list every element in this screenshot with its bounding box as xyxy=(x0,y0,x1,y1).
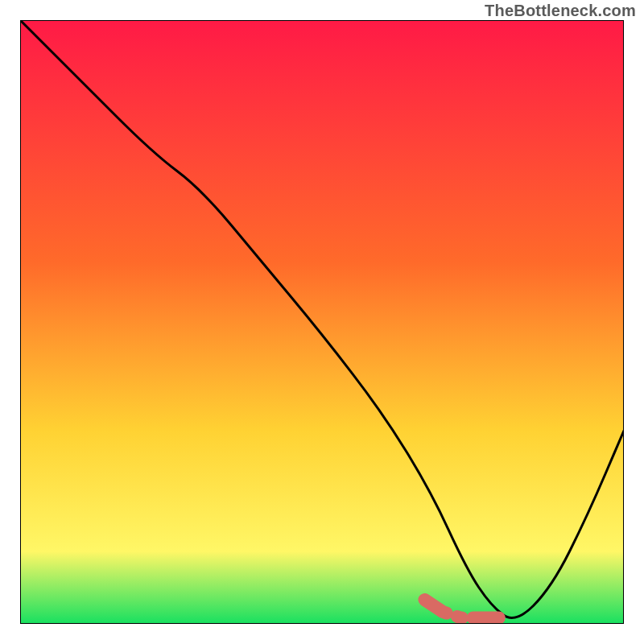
watermark-text: TheBottleneck.com xyxy=(485,2,636,20)
bottleneck-plot xyxy=(20,20,624,624)
chart-container: TheBottleneck.com xyxy=(0,0,644,644)
